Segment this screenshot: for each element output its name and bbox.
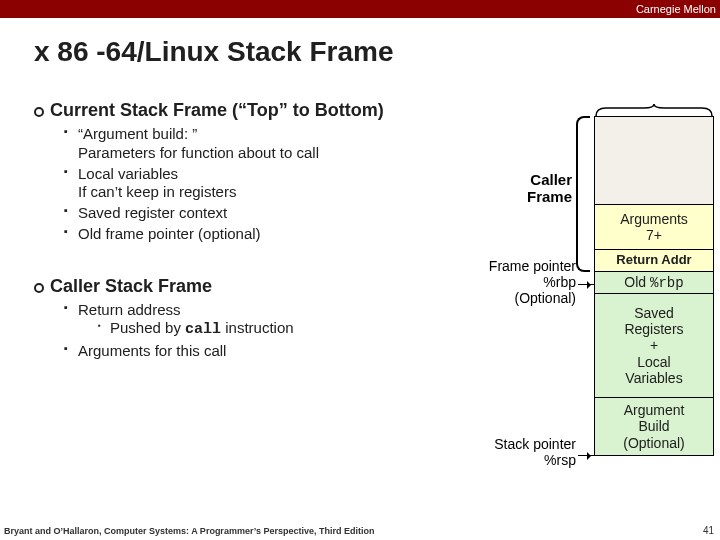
stack-pointer-label: Stack pointer %rsp bbox=[494, 436, 576, 468]
cell-oldrbp: Old %rbp bbox=[594, 272, 714, 294]
caller-brace-icon bbox=[576, 116, 590, 272]
brace-top-icon bbox=[594, 102, 714, 114]
ring-bullet-icon bbox=[34, 107, 44, 117]
bullets-caller: Return address Pushed by call instructio… bbox=[64, 301, 424, 361]
caller-frame-label: Caller Frame bbox=[527, 172, 572, 205]
stack-diagram: Arguments 7+ Return Addr Old %rbp Saved … bbox=[424, 116, 714, 516]
subbullet-call: Pushed by call instruction bbox=[98, 319, 424, 340]
bullet-saved: Saved register context bbox=[64, 204, 424, 223]
cell-args7: Arguments 7+ bbox=[594, 204, 714, 250]
cell-argbuild: Argument Build (Optional) bbox=[594, 398, 714, 456]
bullet-retaddr: Return address Pushed by call instructio… bbox=[64, 301, 424, 341]
page-number: 41 bbox=[703, 525, 714, 536]
arrow-fp-icon bbox=[578, 284, 594, 285]
cell-blank bbox=[594, 116, 714, 204]
bullet-argbuild: “Argument build: ”Parameters for functio… bbox=[64, 125, 424, 163]
arrow-sp-icon bbox=[578, 455, 594, 456]
section-heading-caller: Caller Stack Frame bbox=[34, 276, 424, 297]
footer-citation: Bryant and O’Hallaron, Computer Systems:… bbox=[4, 526, 374, 536]
heading-text: Current Stack Frame (“Top” to Bottom) bbox=[50, 100, 384, 120]
stack-column: Arguments 7+ Return Addr Old %rbp Saved … bbox=[594, 116, 714, 456]
bullet-oldfp: Old frame pointer (optional) bbox=[64, 225, 424, 244]
heading-text: Caller Stack Frame bbox=[50, 276, 212, 296]
section-heading-current: Current Stack Frame (“Top” to Bottom) bbox=[34, 100, 424, 121]
slide-title: x 86 -64/Linux Stack Frame bbox=[0, 18, 720, 76]
body-text: Current Stack Frame (“Top” to Bottom) “A… bbox=[34, 100, 424, 375]
frame-pointer-label: Frame pointer %rbp (Optional) bbox=[489, 258, 576, 306]
header-bar: Carnegie Mellon bbox=[0, 0, 720, 18]
bullets-current: “Argument build: ”Parameters for functio… bbox=[64, 125, 424, 244]
cell-retaddr: Return Addr bbox=[594, 250, 714, 272]
bullet-args: Arguments for this call bbox=[64, 342, 424, 361]
cell-saved: Saved Registers + Local Variables bbox=[594, 294, 714, 398]
university-label: Carnegie Mellon bbox=[636, 3, 716, 15]
bullet-locals: Local variablesIf can’t keep in register… bbox=[64, 165, 424, 203]
ring-bullet-icon bbox=[34, 283, 44, 293]
